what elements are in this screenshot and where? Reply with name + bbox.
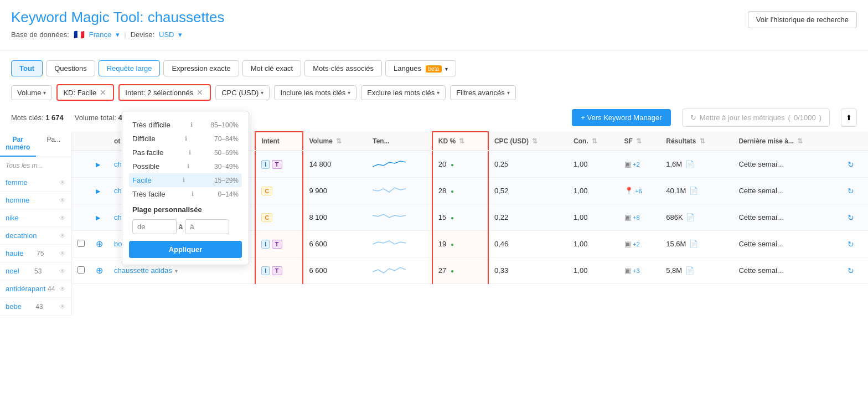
refresh-icon: ↻	[690, 113, 696, 122]
chevron-down-icon: ▾	[175, 268, 178, 274]
col-derniere[interactable]: Dernière mise à... ⇅	[733, 132, 842, 151]
sidebar-item-decathlon[interactable]: decathlon 👁	[0, 227, 71, 245]
kd-cell: 27 ●	[432, 257, 488, 284]
country-link[interactable]: France	[89, 30, 111, 39]
checkbox-cell[interactable]	[72, 257, 90, 284]
include-filter[interactable]: Inclure les mots clés ▾	[274, 85, 356, 100]
sidebar-all-keywords[interactable]: Tous les m...	[0, 157, 71, 174]
row-checkbox[interactable]	[78, 240, 85, 247]
add-keyword-button[interactable]: ⊕	[96, 265, 103, 276]
sf-image-icon: ▣	[624, 266, 631, 275]
refresh-button[interactable]: ↻	[848, 240, 854, 249]
sidebar-item-nike[interactable]: nike 👁	[0, 209, 71, 227]
col-sf[interactable]: SF ⇅	[619, 132, 661, 151]
col-volume[interactable]: Volume ⇅	[303, 132, 367, 151]
add-keyword-button[interactable]: ⊕	[96, 239, 103, 249]
kd-option-difficile[interactable]: Difficile ℹ 70–84%	[129, 132, 242, 146]
col-intent[interactable]: Intent	[255, 132, 303, 151]
sidebar-item-homme[interactable]: homme 👁	[0, 192, 71, 209]
tab-mot-cle-exact[interactable]: Mot clé exact	[242, 60, 302, 76]
sidebar-item-femme[interactable]: femme 👁	[0, 174, 71, 192]
intent-filter-chip[interactable]: Intent: 2 sélectionnés ✕	[118, 84, 211, 101]
keyword-link[interactable]: chaussette adidas	[114, 266, 172, 275]
advanced-filter[interactable]: Filtres avancés ▾	[450, 85, 515, 100]
tabs-row: Tout Questions Requête large Expression …	[0, 56, 868, 81]
col-cpc[interactable]: CPC (USD) ⇅	[488, 132, 568, 151]
resultats-cell: 40,1M 📄	[660, 178, 733, 204]
badge-i: I	[261, 160, 270, 169]
eye-icon: 👁	[59, 250, 66, 257]
refresh-button[interactable]: ↻	[848, 213, 854, 222]
kd-from-input[interactable]	[132, 219, 177, 234]
checkbox-cell	[72, 204, 90, 231]
tab-langues[interactable]: Langues beta ▾	[385, 60, 456, 76]
resultats-cell: 15,6M 📄	[660, 231, 733, 257]
kd-option-possible[interactable]: Possible ℹ 30–49%	[129, 159, 242, 173]
kd-option-tres-facile[interactable]: Très facile ℹ 0–14%	[129, 187, 242, 201]
row-checkbox[interactable]	[78, 266, 85, 273]
checkbox-cell	[72, 151, 90, 178]
trend-cell	[367, 231, 432, 257]
kd-filter-chip[interactable]: KD: Facile ✕	[56, 84, 114, 101]
sf-cell: ▣ +3	[619, 257, 661, 284]
tab-mots-cles-associes[interactable]: Mots-clés associés	[304, 60, 382, 76]
history-button[interactable]: Voir l'historique de recherche	[748, 11, 857, 28]
sidebar-item-noel[interactable]: noel 53 👁	[0, 262, 71, 280]
kd-remove-button[interactable]: ✕	[99, 88, 107, 97]
refresh-cell[interactable]: ↻	[842, 178, 868, 204]
sidebar-item-antiderapant[interactable]: antidérapant 44 👁	[0, 280, 71, 298]
exclude-filter[interactable]: Exclure les mots clés ▾	[361, 85, 446, 100]
cpc-cell: 0,52	[488, 178, 568, 204]
col-resultats[interactable]: Résultats ⇅	[660, 132, 733, 151]
dropdown-arrow-currency[interactable]: ▾	[178, 30, 182, 39]
con-cell: 1,00	[568, 257, 618, 284]
refresh-cell[interactable]: ↻	[842, 231, 868, 257]
refresh-button[interactable]: ↻	[848, 187, 854, 195]
col-trend[interactable]: Ten...	[367, 132, 432, 151]
exclude-arrow-icon: ▾	[437, 90, 440, 96]
col-refresh	[842, 132, 868, 151]
kd-option-tres-difficile[interactable]: Très difficile ℹ 85–100%	[129, 118, 242, 132]
eye-icon: 👁	[59, 303, 66, 311]
dropdown-arrow-country[interactable]: ▾	[116, 30, 120, 39]
volume-cell: 6 600	[303, 231, 367, 257]
tab-questions[interactable]: Questions	[46, 60, 95, 76]
sidebar-item-bebe[interactable]: bebe 43 👁	[0, 298, 71, 316]
refresh-cell[interactable]: ↻	[842, 257, 868, 284]
volume-cell: 9 900	[303, 178, 367, 204]
update-metrics-button[interactable]: ↻ Mettre à jour les métriques (0/1000)	[682, 109, 830, 127]
col-kd[interactable]: KD % ⇅	[432, 132, 488, 151]
sidebar-item-haute[interactable]: haute 75 👁	[0, 245, 71, 262]
checkbox-cell[interactable]	[72, 231, 90, 257]
add-cell[interactable]: ⊕	[90, 257, 108, 284]
tab-expression-exacte[interactable]: Expression exacte	[163, 60, 239, 76]
add-cell[interactable]: ⊕	[90, 231, 108, 257]
refresh-cell[interactable]: ↻	[842, 151, 868, 178]
refresh-button[interactable]: ↻	[848, 266, 854, 275]
tab-tout[interactable]: Tout	[11, 60, 43, 76]
filters-row: Volume ▾ KD: Facile ✕ Intent: 2 sélectio…	[0, 81, 868, 104]
refresh-cell[interactable]: ↻	[842, 204, 868, 231]
checkbox-cell	[72, 178, 90, 204]
expand-arrow-icon[interactable]: ▶	[96, 214, 100, 221]
tab-requete-large[interactable]: Requête large	[99, 60, 161, 76]
kd-option-facile[interactable]: Facile ℹ 15–29%	[129, 173, 242, 187]
col-con[interactable]: Con. ⇅	[568, 132, 618, 151]
include-arrow-icon: ▾	[348, 90, 350, 96]
expand-arrow-icon[interactable]: ▶	[96, 188, 100, 194]
sidebar-tab-par-numero[interactable]: Par numéro	[0, 131, 36, 157]
export-button[interactable]: ⬆	[841, 109, 857, 127]
kd-to-input[interactable]	[185, 219, 229, 234]
kd-cell: 20 ●	[432, 151, 488, 178]
keyword-manager-button[interactable]: + Vers Keyword Manager	[572, 109, 670, 126]
intent-remove-button[interactable]: ✕	[195, 88, 204, 97]
expand-arrow-icon[interactable]: ▶	[96, 161, 100, 168]
sidebar-tab-pa[interactable]: Pa...	[36, 131, 72, 157]
kd-apply-button[interactable]: Appliquer	[129, 241, 242, 258]
refresh-button[interactable]: ↻	[848, 160, 854, 169]
volume-filter[interactable]: Volume ▾	[11, 85, 52, 100]
cpc-filter[interactable]: CPC (USD) ▾	[215, 85, 270, 100]
currency-link[interactable]: USD	[159, 30, 174, 39]
sf-image-icon: ▣	[624, 213, 631, 221]
kd-option-pas-facile[interactable]: Pas facile ℹ 50–69%	[129, 146, 242, 159]
